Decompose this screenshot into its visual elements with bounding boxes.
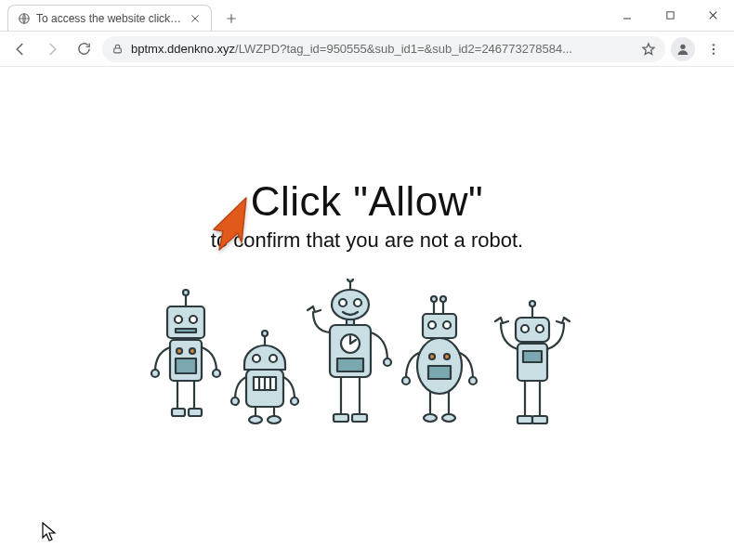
browser-tab[interactable]: To access the website click the "A — [7, 5, 212, 31]
url-path: /LWZPD?tag_id=950555&sub_id1=&sub_id2=24… — [235, 42, 572, 56]
svg-rect-16 — [176, 358, 196, 373]
tab-strip: To access the website click the "A — [0, 0, 606, 31]
lock-icon — [111, 43, 124, 55]
svg-point-58 — [431, 296, 437, 302]
svg-rect-66 — [428, 366, 451, 379]
url-domain: bptmx.ddenkno.xyz — [131, 42, 235, 56]
svg-point-61 — [428, 321, 436, 329]
robot-5-icon — [495, 301, 570, 423]
svg-point-64 — [429, 354, 435, 359]
svg-rect-22 — [189, 409, 202, 416]
svg-point-36 — [249, 416, 262, 423]
tab-title: To access the website click the "A — [36, 12, 183, 25]
svg-point-6 — [713, 52, 714, 54]
browser-toolbar: bptmx.ddenkno.xyz/LWZPD?tag_id=950555&su… — [0, 32, 734, 67]
svg-point-37 — [268, 416, 281, 423]
svg-rect-53 — [334, 414, 348, 422]
svg-point-25 — [253, 355, 260, 362]
svg-point-32 — [231, 397, 239, 405]
svg-point-11 — [190, 316, 197, 323]
window-minimize-button[interactable] — [606, 0, 649, 32]
svg-rect-82 — [518, 416, 532, 423]
robot-1-icon — [151, 290, 220, 416]
titlebar: To access the website click the "A — [0, 0, 734, 32]
page-viewport: Click "Allow" to confirm that you are no… — [0, 178, 734, 560]
back-button[interactable] — [7, 36, 33, 62]
svg-point-4 — [713, 44, 714, 46]
svg-point-8 — [183, 290, 189, 295]
tab-close-icon[interactable] — [189, 12, 202, 25]
svg-rect-83 — [532, 416, 547, 423]
svg-point-59 — [440, 296, 446, 302]
robots-illustration — [0, 279, 734, 455]
svg-point-68 — [469, 377, 477, 384]
svg-point-74 — [530, 301, 535, 306]
robot-4-icon — [402, 296, 477, 422]
page-headline: Click "Allow" — [0, 178, 734, 225]
svg-point-18 — [213, 370, 220, 377]
browser-menu-button[interactable] — [701, 36, 727, 62]
svg-point-17 — [151, 370, 159, 377]
reload-button[interactable] — [71, 36, 97, 62]
bookmark-star-icon[interactable] — [641, 42, 656, 57]
profile-avatar[interactable] — [671, 37, 695, 61]
new-tab-button[interactable] — [219, 7, 243, 31]
window-maximize-button[interactable] — [649, 0, 691, 32]
svg-rect-12 — [176, 329, 196, 332]
svg-point-5 — [713, 47, 714, 49]
svg-point-77 — [536, 325, 544, 332]
url-text: bptmx.ddenkno.xyz/LWZPD?tag_id=950555&su… — [131, 42, 634, 56]
svg-point-3 — [680, 44, 685, 48]
svg-rect-49 — [337, 358, 363, 371]
forward-button[interactable] — [39, 36, 65, 62]
svg-point-40 — [347, 279, 353, 281]
page-subtext: to confirm that you are not a robot. — [0, 228, 734, 253]
hero-section: Click "Allow" to confirm that you are no… — [0, 178, 734, 253]
svg-point-72 — [442, 414, 455, 422]
svg-rect-54 — [352, 414, 367, 422]
address-bar[interactable]: bptmx.ddenkno.xyz/LWZPD?tag_id=950555&su… — [102, 36, 665, 62]
svg-rect-2 — [114, 48, 122, 53]
svg-point-76 — [521, 325, 529, 332]
svg-point-50 — [384, 358, 391, 366]
svg-rect-79 — [523, 351, 542, 362]
svg-rect-21 — [172, 409, 185, 416]
svg-point-24 — [262, 331, 268, 336]
svg-point-71 — [424, 414, 437, 422]
svg-point-42 — [339, 299, 347, 306]
svg-point-67 — [402, 377, 410, 384]
svg-point-26 — [269, 355, 277, 362]
svg-point-65 — [444, 354, 450, 359]
mouse-cursor-icon — [42, 522, 57, 546]
svg-point-14 — [177, 348, 182, 354]
svg-point-62 — [443, 321, 451, 329]
globe-icon — [18, 12, 31, 25]
svg-point-43 — [354, 299, 361, 306]
window-close-button[interactable] — [691, 0, 734, 32]
window-controls — [606, 0, 734, 31]
robot-2-icon — [231, 331, 298, 423]
svg-point-10 — [175, 316, 182, 323]
svg-point-15 — [190, 348, 195, 354]
svg-point-33 — [291, 397, 298, 405]
pointer-arrow-annotation — [204, 192, 260, 261]
svg-rect-1 — [666, 12, 673, 19]
robot-3-icon — [308, 279, 391, 422]
